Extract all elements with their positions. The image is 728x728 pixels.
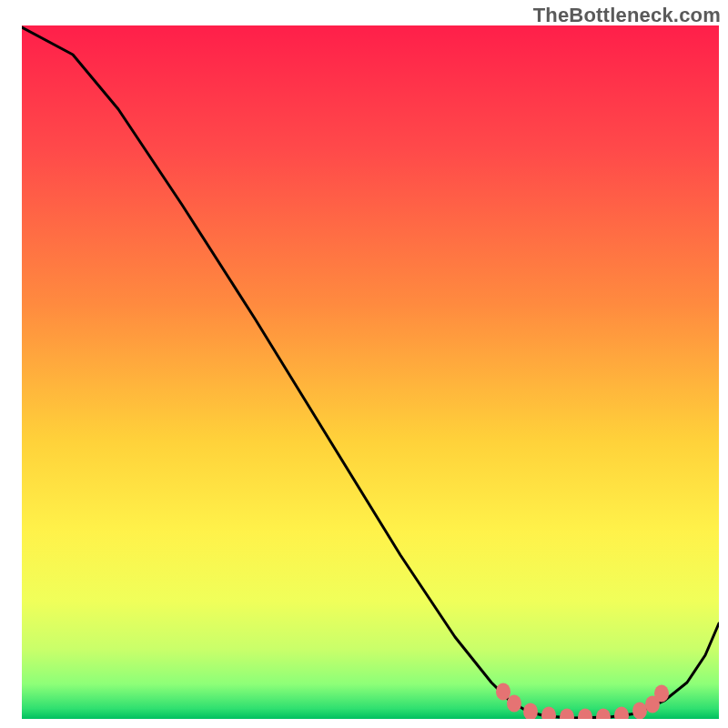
- marker-dot: [541, 706, 556, 723]
- marker-dot: [632, 702, 647, 719]
- marker-dot: [560, 708, 574, 725]
- watermark-label: TheBottleneck.com: [533, 4, 721, 27]
- marker-dot: [654, 684, 669, 702]
- chart-container: TheBottleneck.com: [0, 0, 728, 728]
- marker-dot: [578, 708, 592, 725]
- gradient-background: [22, 25, 719, 719]
- bottleneck-chart: [0, 0, 728, 728]
- marker-dot: [507, 694, 521, 712]
- marker-dot: [614, 706, 629, 723]
- marker-dot: [523, 703, 538, 720]
- marker-dot: [496, 682, 511, 700]
- marker-dot: [596, 708, 611, 725]
